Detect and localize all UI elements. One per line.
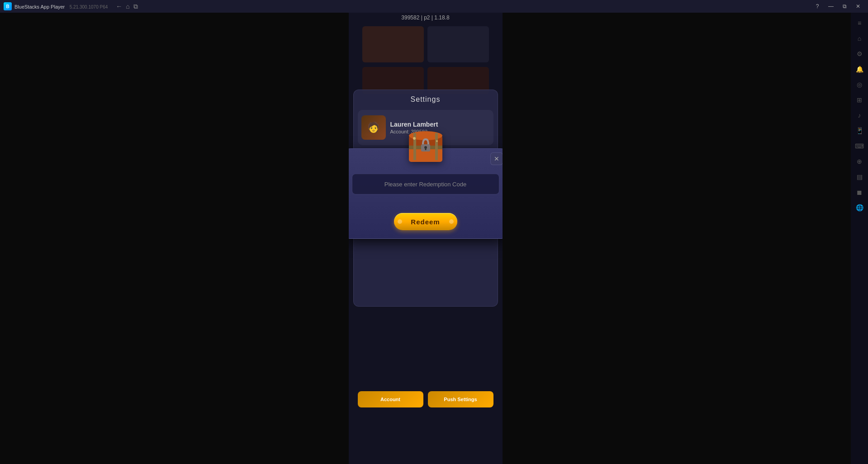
sidebar-icon-3[interactable]: ⚙ (853, 47, 866, 61)
push-settings-button-bg: Push Settings (428, 391, 493, 407)
redeem-button[interactable]: Redeem (394, 213, 457, 230)
sidebar-icon-2[interactable]: ⌂ (853, 32, 866, 45)
nav-copy[interactable]: ⧉ (133, 3, 138, 10)
svg-rect-4 (413, 133, 416, 160)
redemption-dialog: ✕ Redeem (349, 148, 503, 239)
account-button-bg: Account (358, 391, 423, 407)
right-sidebar: ≡ ⌂ ⚙ 🔔 ◎ ⊞ ♪ 📱 ⌨ ⊕ ▤ ◼ 🌐 (851, 13, 868, 464)
bottom-buttons-background: Account Push Settings (358, 391, 493, 407)
sidebar-icon-1[interactable]: ≡ (853, 16, 866, 30)
account-btn-label: Account (380, 397, 400, 402)
maximize-button[interactable]: ⧉ (838, 2, 851, 11)
app-title-group: BlueStacks App Player 5.21.300.1070 P64 (14, 2, 108, 10)
redeem-label: Redeem (411, 218, 440, 226)
close-icon: ✕ (494, 155, 499, 162)
main-area: 399582 | p2 | 1.18.8 Settings 🧑 Lauren L… (0, 13, 851, 464)
redemption-code-input[interactable] (358, 181, 493, 188)
title-bar-nav: ← ⌂ ⧉ (116, 3, 138, 10)
minimize-button[interactable]: — (825, 2, 837, 11)
nav-back[interactable]: ← (116, 3, 122, 10)
bluestacks-logo: B (4, 2, 12, 10)
push-settings-btn-label: Push Settings (444, 397, 477, 402)
svg-point-9 (413, 137, 416, 140)
sidebar-icon-4[interactable]: 🔔 (853, 62, 866, 76)
sidebar-icon-9[interactable]: ⌨ (853, 139, 866, 153)
sidebar-icon-13[interactable]: 🌐 (853, 201, 866, 214)
sidebar-icon-5[interactable]: ◎ (853, 78, 866, 91)
title-bar: B BlueStacks App Player 5.21.300.1070 P6… (0, 0, 868, 13)
code-input-wrapper[interactable] (352, 174, 499, 194)
svg-rect-5 (435, 133, 438, 160)
user-name: Lauren Lambert (390, 121, 490, 128)
avatar: 🧑 (361, 115, 386, 140)
chest-icon (405, 128, 446, 165)
sidebar-icon-7[interactable]: ♪ (853, 109, 866, 122)
top-image-boxes (362, 26, 489, 62)
title-bar-left: B BlueStacks App Player 5.21.300.1070 P6… (4, 2, 138, 10)
settings-title: Settings (354, 90, 498, 109)
nav-home[interactable]: ⌂ (126, 3, 129, 10)
sidebar-icon-8[interactable]: 📱 (853, 124, 866, 137)
help-button[interactable]: ? (811, 2, 824, 11)
game-content: 399582 | p2 | 1.18.8 Settings 🧑 Lauren L… (349, 13, 503, 464)
svg-point-10 (436, 140, 438, 142)
sidebar-icon-6[interactable]: ⊞ (853, 93, 866, 107)
app-name: BlueStacks App Player (14, 4, 65, 9)
sidebar-icon-10[interactable]: ⊕ (853, 155, 866, 168)
window-controls: ? — ⧉ ✕ (811, 2, 864, 11)
svg-rect-8 (425, 148, 426, 150)
img-box-right (427, 26, 489, 62)
close-button[interactable]: ✕ (852, 2, 864, 11)
server-info: 399582 | p2 | 1.18.8 (349, 14, 503, 21)
game-viewport: 399582 | p2 | 1.18.8 Settings 🧑 Lauren L… (349, 13, 503, 464)
img-box-left (362, 26, 424, 62)
sidebar-icon-11[interactable]: ▤ (853, 170, 866, 184)
sidebar-icon-12[interactable]: ◼ (853, 185, 866, 199)
dialog-close-button[interactable]: ✕ (490, 152, 503, 165)
app-version: 5.21.300.1070 P64 (70, 5, 108, 9)
